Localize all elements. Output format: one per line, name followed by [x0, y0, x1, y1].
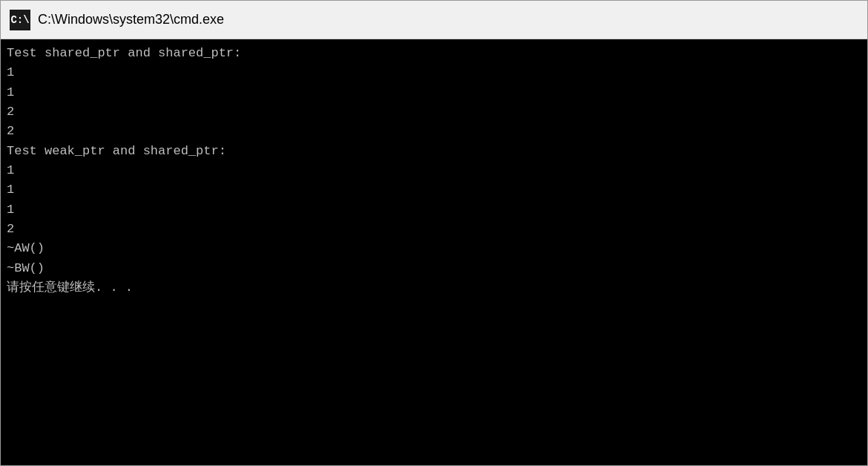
title-bar: C:\ C:\Windows\system32\cmd.exe	[1, 1, 867, 39]
terminal-output: Test shared_ptr and shared_ptr: 1 1 2 2 …	[7, 44, 861, 298]
cmd-window: C:\ C:\Windows\system32\cmd.exe Test sha…	[0, 0, 868, 466]
terminal-body[interactable]: Test shared_ptr and shared_ptr: 1 1 2 2 …	[1, 39, 867, 465]
window-title: C:\Windows\system32\cmd.exe	[38, 12, 224, 27]
cmd-icon: C:\	[10, 10, 30, 30]
